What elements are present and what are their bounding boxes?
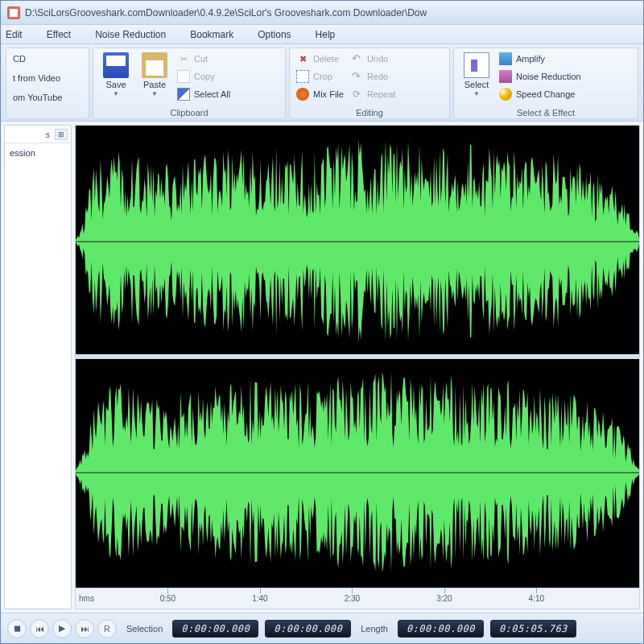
waveform-right-channel — [76, 357, 639, 588]
amplify-button[interactable]: Amplify — [497, 51, 583, 67]
paste-icon — [142, 52, 167, 78]
save-icon — [103, 52, 129, 78]
ribbon-group-clipboard: Save▼ Paste▼ Cut Copy Select All Clipboa… — [93, 47, 286, 119]
speed-change-button[interactable]: Speed Change — [497, 86, 583, 102]
ruler-tick-label: 4:10 — [529, 594, 544, 603]
ruler-tick — [536, 588, 537, 593]
select-icon — [464, 52, 489, 78]
chevron-down-icon: ▼ — [113, 90, 119, 97]
menu-noise-reduction[interactable]: Noise Reduction — [95, 29, 166, 40]
import-video-button[interactable]: t from Video — [11, 70, 64, 86]
ribbon: CD t from Video om YouTube Save▼ Paste▼ … — [1, 44, 643, 122]
cut-button[interactable]: Cut — [175, 51, 232, 67]
chevron-down-icon: ▼ — [151, 90, 158, 97]
next-button[interactable]: ⏭ — [75, 619, 94, 638]
cut-icon — [177, 52, 190, 65]
side-panel: s ⊞ ession — [4, 125, 72, 609]
delete-button[interactable]: Delete — [295, 51, 345, 67]
menu-options[interactable]: Options — [258, 29, 291, 40]
copy-button[interactable]: Copy — [175, 68, 232, 85]
copy-icon — [177, 70, 190, 83]
workspace: s ⊞ ession hms 0:501:402:303 — [1, 122, 643, 613]
crop-icon — [296, 70, 309, 83]
noise-reduction-button[interactable]: Noise Reduction — [497, 68, 583, 85]
app-icon — [7, 6, 20, 19]
ribbon-group-open: CD t from Video om YouTube — [6, 47, 89, 119]
length-end-time: 0:05:05.763 — [490, 620, 576, 638]
undo-icon — [350, 52, 363, 65]
chevron-down-icon: ▼ — [473, 90, 480, 97]
redo-button[interactable]: Redo — [349, 68, 397, 85]
select-all-icon — [177, 88, 190, 101]
select-tool-button[interactable]: Select▼ — [459, 51, 494, 97]
selection-start-time: 0:00:00.000 — [172, 620, 258, 638]
window-title: D:\SciLorsGrooveshark.comDownloader\0.4.… — [25, 7, 427, 19]
ruler-tick — [444, 588, 445, 593]
open-cd-button[interactable]: CD — [11, 51, 64, 67]
menu-edit[interactable]: Edit — [6, 29, 23, 40]
transport-controls: ◼ ⏮ ▶ ⏭ R — [7, 619, 117, 638]
save-button[interactable]: Save▼ — [98, 51, 134, 97]
prev-button[interactable]: ⏮ — [30, 619, 49, 638]
ribbon-group-editing: Delete Crop Mix File Undo Redo Repeat Ed… — [289, 47, 450, 119]
ruler-unit: hms — [79, 594, 94, 603]
statusbar: ◼ ⏮ ▶ ⏭ R Selection 0:00:00.000 0:00:00.… — [1, 613, 643, 643]
select-all-button[interactable]: Select All — [175, 86, 232, 102]
list-item[interactable]: ession — [10, 148, 66, 158]
crop-button[interactable]: Crop — [295, 68, 345, 85]
undo-button[interactable]: Undo — [349, 51, 397, 67]
import-youtube-button[interactable]: om YouTube — [11, 89, 64, 105]
noise-reduction-icon — [499, 70, 512, 83]
ruler-tick — [260, 588, 261, 593]
ruler-tick — [352, 588, 353, 593]
selection-label: Selection — [123, 624, 166, 634]
ruler-tick-label: 0:50 — [160, 594, 175, 603]
waveform-area: hms 0:501:402:303:204:10 — [75, 125, 640, 609]
record-button[interactable]: R — [97, 619, 117, 638]
group-label-select-effect: Select & Effect — [459, 107, 633, 118]
mix-file-button[interactable]: Mix File — [295, 86, 345, 102]
titlebar[interactable]: D:\SciLorsGrooveshark.comDownloader\0.4.… — [1, 1, 643, 25]
waveform-canvas[interactable] — [76, 126, 639, 588]
waveform-left-channel — [76, 126, 639, 357]
amplify-icon — [499, 52, 512, 65]
stop-button[interactable]: ◼ — [7, 619, 27, 638]
group-label-editing: Editing — [295, 107, 444, 118]
time-ruler[interactable]: hms 0:501:402:303:204:10 — [76, 588, 639, 609]
side-panel-tabs[interactable]: s — [46, 130, 51, 139]
svg-rect-1 — [10, 9, 18, 17]
redo-icon — [350, 70, 363, 83]
menu-bookmark[interactable]: Bookmark — [190, 29, 233, 40]
play-button[interactable]: ▶ — [52, 619, 72, 638]
ruler-tick-label: 1:40 — [252, 594, 267, 603]
speed-icon — [499, 88, 512, 101]
menu-effect[interactable]: Effect — [47, 29, 71, 40]
delete-icon — [296, 52, 309, 65]
paste-button[interactable]: Paste▼ — [137, 51, 172, 97]
selection-end-time: 0:00:00.000 — [265, 620, 351, 638]
ruler-tick-label: 2:30 — [345, 594, 360, 603]
length-label: Length — [357, 624, 391, 634]
menubar: Edit Effect Noise Reduction Bookmark Opt… — [1, 25, 643, 44]
group-label-clipboard: Clipboard — [98, 107, 280, 118]
ruler-tick — [167, 588, 168, 593]
repeat-button[interactable]: Repeat — [349, 86, 397, 102]
ribbon-group-select-effect: Select▼ Amplify Noise Reduction Speed Ch… — [453, 47, 638, 119]
length-start-time: 0:00:00.000 — [398, 620, 484, 638]
ruler-tick-label: 3:20 — [436, 594, 452, 603]
repeat-icon — [350, 88, 363, 101]
menu-help[interactable]: Help — [316, 29, 336, 40]
mix-icon — [296, 88, 309, 101]
pin-icon[interactable]: ⊞ — [55, 129, 68, 140]
